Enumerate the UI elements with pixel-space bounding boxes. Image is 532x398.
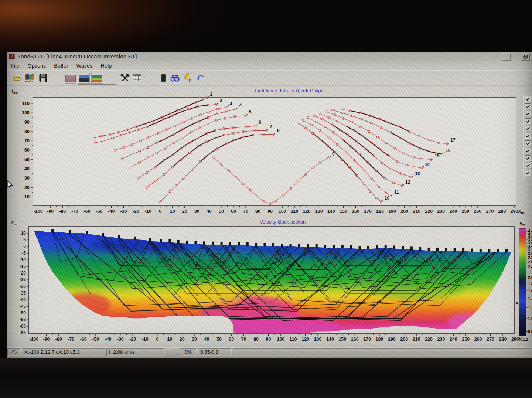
svg-text:-15: -15: [20, 264, 26, 269]
svg-text:6: 6: [259, 120, 261, 125]
svg-text:-100: -100: [30, 337, 39, 342]
svg-text:tms: tms: [12, 89, 18, 95]
restore-button[interactable]: [521, 53, 530, 61]
curve-checkbox[interactable]: [525, 133, 531, 139]
svg-text:190: 190: [388, 209, 396, 214]
table-button[interactable]: [132, 73, 143, 83]
velocity-value: 2.08 km/s: [113, 349, 135, 355]
svg-text:120: 120: [301, 337, 309, 342]
curve-checkbox[interactable]: [525, 103, 531, 109]
fit-parameters-button[interactable]: [24, 73, 35, 83]
svg-text:Zm: Zm: [11, 220, 17, 226]
svg-text:100: 100: [22, 110, 30, 115]
svg-text:140: 140: [326, 337, 334, 342]
svg-text:70: 70: [243, 209, 248, 214]
svg-text:220: 220: [425, 337, 433, 342]
battery-button[interactable]: [158, 73, 169, 83]
svg-text:290: 290: [511, 337, 519, 342]
svg-text:Z: Z: [10, 54, 13, 59]
svg-text:-50: -50: [96, 209, 102, 214]
curve-checkbox[interactable]: [525, 118, 531, 124]
svg-text:Vm: Vm: [519, 221, 525, 227]
restore-icon: [523, 55, 528, 59]
svg-text:270: 270: [487, 337, 494, 342]
curve-checkbox[interactable]: [525, 140, 531, 146]
svg-text:110: 110: [291, 209, 298, 214]
menu-file[interactable]: File: [7, 62, 23, 69]
svg-text:-25: -25: [20, 277, 26, 282]
status-progress: 0%: [180, 348, 197, 356]
status-empty-panel: [233, 348, 531, 356]
svg-text:-45: -45: [20, 304, 26, 309]
save-button[interactable]: [38, 73, 49, 83]
view-section-button[interactable]: [78, 73, 90, 84]
curve-checkbox[interactable]: [525, 155, 531, 161]
svg-text:160: 160: [351, 337, 359, 342]
view-model-button[interactable]: [91, 73, 103, 84]
view-observed-button[interactable]: [65, 73, 76, 84]
svg-text:20: 20: [24, 185, 30, 190]
menu-options[interactable]: Options: [23, 62, 50, 69]
svg-text:-90: -90: [47, 209, 54, 214]
svg-text:-40: -40: [105, 337, 111, 342]
first-times-chart[interactable]: First times data, pr 0, refr P type-100-…: [7, 87, 532, 217]
menu-help[interactable]: Help: [97, 62, 116, 69]
svg-text:60: 60: [231, 209, 236, 214]
open-file-button[interactable]: [11, 73, 23, 83]
svg-text:2.0: 2.0: [528, 275, 532, 280]
lightning-1d-icon: 1D: [183, 73, 192, 83]
svg-text:-60: -60: [80, 337, 87, 342]
status-coordinates: X:-108 Z:12.7 cX:10 cZ:3: [22, 348, 105, 356]
svg-text:200: 200: [400, 337, 408, 342]
curve-checkbox[interactable]: [525, 96, 531, 102]
tools-button[interactable]: [120, 73, 131, 83]
svg-text:10: 10: [170, 209, 175, 214]
svg-text:280: 280: [498, 209, 506, 214]
svg-text:-70: -70: [71, 209, 78, 214]
minimize-button[interactable]: [502, 53, 511, 61]
svg-text:-10: -10: [145, 209, 151, 214]
curve-visibility-panel: [523, 94, 532, 178]
svg-text:260: 260: [474, 337, 482, 342]
svg-text:170: 170: [364, 209, 372, 214]
undo-button[interactable]: [195, 73, 206, 83]
svg-text:Velocity block-section: Velocity block-section: [260, 220, 306, 225]
binoculars-icon: [170, 74, 180, 82]
hammer-wrench-icon: [120, 74, 130, 82]
svg-text:-50: -50: [92, 337, 99, 342]
svg-text:80: 80: [255, 209, 260, 214]
svg-text:140: 140: [327, 209, 335, 214]
svg-text:120: 120: [303, 209, 311, 214]
inversion-1d-button[interactable]: 1D: [182, 73, 193, 83]
svg-text:0: 0: [23, 244, 26, 249]
svg-text:170: 170: [363, 337, 371, 342]
curve-checkbox[interactable]: [525, 148, 531, 153]
svg-text:11: 11: [394, 190, 399, 195]
app-icon: Z: [9, 54, 15, 59]
menu-bar: File Options Buffer Waves Help: [7, 61, 532, 70]
svg-text:1.0: 1.0: [528, 316, 532, 321]
menu-buffer[interactable]: Buffer: [50, 62, 72, 69]
info-icon: i: [109, 349, 110, 355]
curve-checkbox[interactable]: [525, 163, 531, 168]
svg-text:280: 280: [499, 337, 507, 342]
menu-waves[interactable]: Waves: [72, 62, 97, 69]
svg-text:110: 110: [22, 101, 30, 106]
velocity-section-chart[interactable]: Velocity block-section-100-90-80-70-60-5…: [7, 220, 532, 347]
svg-text:240: 240: [449, 209, 457, 214]
svg-text:210: 210: [413, 209, 420, 214]
svg-text:30: 30: [192, 337, 197, 342]
window-title: ZondST2D [Line4 June20 Occam Inversion.S…: [17, 53, 137, 59]
curve-checkbox[interactable]: [525, 126, 531, 131]
search-button[interactable]: [169, 73, 180, 83]
svg-text:1: 1: [210, 92, 212, 97]
curve-checkbox[interactable]: [525, 111, 531, 116]
curve-checkbox[interactable]: [525, 170, 531, 176]
svg-text:-20: -20: [20, 271, 26, 276]
svg-text:130: 130: [315, 209, 323, 214]
svg-text:70: 70: [241, 337, 246, 342]
svg-text:40: 40: [207, 209, 212, 214]
svg-text:3: 3: [229, 101, 232, 106]
svg-text:60: 60: [229, 337, 234, 342]
svg-text:-100: -100: [34, 209, 43, 214]
